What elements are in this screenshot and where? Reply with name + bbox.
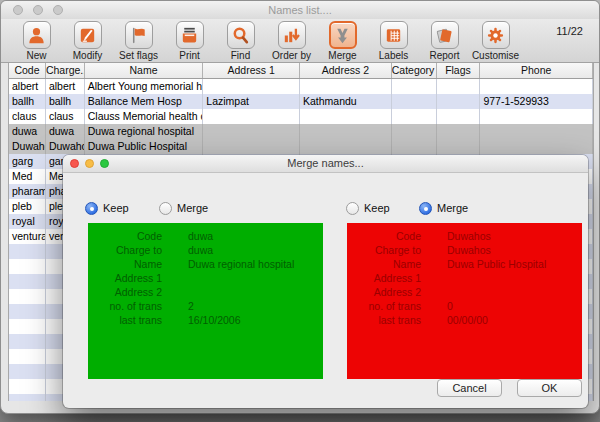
radio-merge-right-label: Merge <box>437 202 468 215</box>
field-row: Codeduwa <box>88 229 323 243</box>
minimize-icon <box>33 5 43 15</box>
field-value: 16/10/2006 <box>188 313 241 327</box>
toolbar-button-find[interactable]: Find <box>215 21 266 61</box>
field-value: Duwahos <box>447 243 491 257</box>
radio-merge-left-label: Merge <box>177 202 208 215</box>
radio-keep-right[interactable] <box>346 202 359 215</box>
field-row: Address 1 <box>347 271 582 285</box>
cell <box>9 244 46 259</box>
column-header-name[interactable]: Name <box>85 63 204 78</box>
radio-keep-left[interactable] <box>85 202 98 215</box>
cell <box>437 124 481 139</box>
cell <box>392 109 437 124</box>
cell: ventura <box>9 229 46 244</box>
merge-icon <box>329 21 357 49</box>
field-value: 2 <box>188 299 194 313</box>
merge-names-dialog: Merge names... Cancel OK KeepMergeKeepMe… <box>63 155 588 408</box>
zoom-icon[interactable] <box>100 159 109 168</box>
toolbar-button-print[interactable]: Print <box>164 21 215 61</box>
column-header-address-1[interactable]: Address 1 <box>203 63 300 78</box>
field-row: last trans16/10/2006 <box>88 313 323 327</box>
cell <box>392 124 437 139</box>
close-icon[interactable] <box>70 159 79 168</box>
column-header-charge[interactable]: Charge... <box>46 63 85 78</box>
cell <box>437 94 481 109</box>
field-label: Code <box>88 229 162 243</box>
field-row: CodeDuwahos <box>347 229 582 243</box>
cell: Med <box>9 169 46 184</box>
radio-keep-right-label: Keep <box>364 202 390 215</box>
field-row: NameDuwa regional hospital <box>88 257 323 271</box>
table-row[interactable]: ballhballhBallance Mem HospLazimpatKathm… <box>9 94 593 109</box>
cell <box>9 349 46 364</box>
cell <box>203 124 300 139</box>
toolbar-button-label: Print <box>179 50 200 61</box>
field-label: last trans <box>347 313 421 327</box>
magnifier-icon <box>227 21 255 49</box>
toolbar-button-modify[interactable]: Modify <box>62 21 113 61</box>
cell: Lazimpat <box>203 94 300 109</box>
field-value: 0 <box>447 299 453 313</box>
field-label: Name <box>88 257 162 271</box>
table-header-row: CodeCharge...NameAddress 1Address 2Categ… <box>9 63 593 79</box>
field-row: Address 2 <box>347 285 582 299</box>
column-header-phone[interactable]: Phone <box>480 63 593 78</box>
record-count: 11/22 <box>556 25 583 37</box>
cell <box>300 109 392 124</box>
field-row: NameDuwa Public Hospital <box>347 257 582 271</box>
column-header-flags[interactable]: Flags <box>437 63 481 78</box>
radio-keep-left-label: Keep <box>103 202 129 215</box>
radio-merge-left[interactable] <box>159 202 172 215</box>
cell: Ballance Mem Hosp <box>85 94 204 109</box>
grid-icon <box>380 21 408 49</box>
cell <box>437 139 481 154</box>
field-label: Address 2 <box>347 285 421 299</box>
cell <box>9 304 46 319</box>
cell: claus <box>46 109 85 124</box>
toolbar-button-customise[interactable]: Customise <box>470 21 521 61</box>
cell: Albert Young memorial hospital <box>85 79 204 94</box>
toolbar-button-label: Customise <box>472 50 519 61</box>
table-row[interactable]: duwaduwaDuwa regional hospital <box>9 124 593 139</box>
window-title: Names list.... <box>1 1 599 19</box>
field-label: no. of trans <box>347 299 421 313</box>
cell <box>9 289 46 304</box>
cell <box>9 274 46 289</box>
cell <box>392 94 437 109</box>
cell <box>480 79 593 94</box>
toolbar-button-labels[interactable]: Labels <box>368 21 419 61</box>
cancel-button[interactable]: Cancel <box>437 379 502 397</box>
person-icon <box>23 21 51 49</box>
toolbar-button-label: Report <box>429 50 459 61</box>
cell <box>9 394 46 401</box>
column-header-category-1[interactable]: Category 1 <box>392 63 437 78</box>
toolbar-button-new[interactable]: New <box>11 21 62 61</box>
cell <box>480 139 593 154</box>
field-value: Duwa regional hospital <box>188 257 294 271</box>
column-header-address-2[interactable]: Address 2 <box>300 63 392 78</box>
dialog-title: Merge names... <box>63 155 588 172</box>
table-row[interactable]: clausclausClauss Memorial health centre <box>9 109 593 124</box>
cell: Kathmandu <box>300 94 392 109</box>
zoom-icon <box>53 5 63 15</box>
toolbar-button-set-flags[interactable]: Set flags <box>113 21 164 61</box>
minimize-icon[interactable] <box>85 159 94 168</box>
toolbar-button-merge[interactable]: Merge <box>317 21 368 61</box>
cell <box>480 109 593 124</box>
toolbar-button-label: Find <box>231 50 250 61</box>
cell: Duwa Public Hospital <box>85 139 204 154</box>
cell <box>437 79 481 94</box>
field-row: Address 1 <box>88 271 323 285</box>
table-row[interactable]: albertalbertAlbert Young memorial hospit… <box>9 79 593 94</box>
ok-button[interactable]: OK <box>517 379 582 397</box>
table-row[interactable]: DuwahosDuwahosDuwa Public Hospital <box>9 139 593 154</box>
radio-merge-right[interactable] <box>419 202 432 215</box>
toolbar-button-order-by[interactable]: Order by <box>266 21 317 61</box>
cell <box>203 139 300 154</box>
keep-record-panel: CodeduwaCharge toduwaNameDuwa regional h… <box>88 223 323 379</box>
merge-record-panel: CodeDuwahosCharge toDuwahosNameDuwa Publ… <box>347 223 582 379</box>
column-header-code[interactable]: Code <box>9 63 46 78</box>
field-row: Address 2 <box>88 285 323 299</box>
toolbar-button-report[interactable]: Report <box>419 21 470 61</box>
field-label: last trans <box>88 313 162 327</box>
